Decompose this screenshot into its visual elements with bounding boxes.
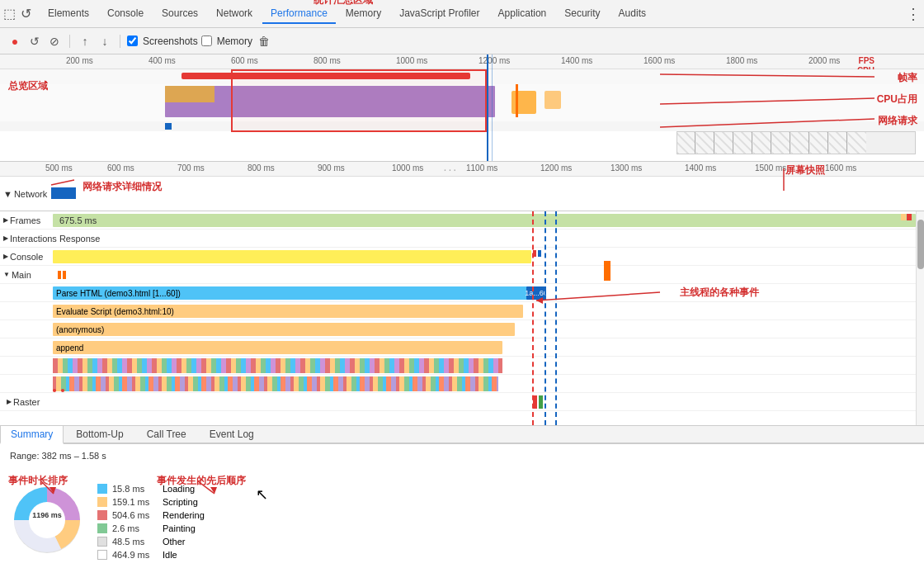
screenshot-thumb[interactable]	[696, 132, 714, 154]
evaluate-script-row: Evaluate Script (demo3.html:10)	[0, 302, 924, 320]
console-bar	[53, 250, 531, 263]
screenshot-thumb[interactable]	[791, 132, 809, 154]
annotation-overview: 总览区域	[8, 79, 48, 93]
evaluate-script-bar: Evaluate Script (demo3.html:10)	[53, 305, 523, 318]
evaluate-script-label: Evaluate Script (demo3.html:10)	[56, 307, 174, 316]
other-label: Other	[163, 537, 186, 547]
range-info: Range: 382 ms – 1.58 s	[10, 451, 914, 461]
raster-text: Raster	[13, 397, 40, 407]
tab-application[interactable]: Application	[490, 4, 555, 24]
download-button[interactable]: ↓	[97, 33, 113, 50]
expand-triangle[interactable]: ▼	[3, 189, 12, 199]
record-button[interactable]: ●	[7, 33, 23, 50]
annotation-cpu: CPU占用	[877, 92, 917, 106]
main-expand[interactable]: ▼	[3, 271, 10, 278]
activity-multibar2	[53, 376, 498, 391]
rendering-label: Rendering	[163, 510, 205, 520]
flame-section: ▶ Frames 675.5 ms ▶ Interactions Respons…	[0, 211, 924, 426]
ruler-mark-200: 200 ms	[66, 56, 93, 65]
legend-painting: 2.6 ms Painting	[97, 523, 205, 533]
screenshots-checkbox[interactable]	[127, 36, 138, 46]
tab-summary[interactable]: Summary	[0, 425, 64, 444]
raster-label: ▶ Raster	[3, 397, 56, 407]
upload-button[interactable]: ↑	[77, 33, 93, 50]
frames-label: ▶ Frames	[3, 215, 56, 225]
expand-dots[interactable]: ···	[444, 163, 459, 176]
painting-dot	[97, 523, 107, 533]
frames-text: Frames	[10, 215, 40, 225]
screenshot-thumb[interactable]	[829, 132, 847, 154]
current-time-line2	[492, 54, 493, 162]
delete-button[interactable]: 🗑	[256, 33, 272, 50]
tab-elements[interactable]: Elements	[40, 4, 97, 24]
screenshot-thumb[interactable]	[848, 132, 866, 154]
isolated-event	[604, 261, 610, 281]
detail-mark-11: 1600 ms	[825, 163, 856, 173]
tab-audits[interactable]: Audits	[610, 4, 654, 24]
tab-sources[interactable]: Sources	[153, 4, 206, 24]
annotation-net: 网络请求	[878, 114, 917, 128]
raster-expand[interactable]: ▶	[7, 398, 12, 405]
legend-idle: 464.9 ms Idle	[97, 550, 205, 560]
more-options-icon[interactable]: ⋮	[906, 5, 921, 23]
tab-call-tree[interactable]: Call Tree	[136, 425, 197, 443]
append-label: append	[56, 343, 83, 353]
rendering-dot	[97, 510, 107, 520]
tab-event-log[interactable]: Event Log	[199, 425, 265, 443]
tab-network[interactable]: Network	[208, 4, 261, 24]
screenshot-thumb[interactable]	[753, 132, 771, 154]
screenshot-thumb[interactable]	[810, 132, 828, 154]
tab-bottom-up[interactable]: Bottom-Up	[65, 425, 134, 443]
screenshot-thumb[interactable]	[772, 132, 790, 154]
tab-js-profiler[interactable]: JavaScript Profiler	[391, 4, 488, 24]
ruler-mark-1800: 1800 ms	[726, 56, 757, 65]
refresh-icon[interactable]: ↺	[21, 6, 31, 21]
clear-button[interactable]: ⊘	[46, 33, 63, 50]
parse-html-badge: 1a...60	[526, 286, 546, 300]
frames-expand[interactable]: ▶	[3, 216, 8, 224]
screenshot-thumb[interactable]	[677, 132, 695, 154]
current-time-line	[487, 54, 488, 162]
fps-abbr-label: FPS	[859, 56, 874, 65]
tab-console[interactable]: Console	[99, 4, 152, 24]
performance-toolbar: ● ↺ ⊘ ↑ ↓ Screenshots Memory 🗑	[0, 28, 924, 54]
detail-mark-2: 700 ms	[177, 163, 205, 173]
devtools-icon: ⬚	[3, 6, 16, 21]
selection-region[interactable]	[231, 69, 487, 132]
tab-security[interactable]: Security	[556, 4, 608, 24]
pie-chart: 1196 ms	[10, 483, 84, 557]
detail-mark-10: 1500 ms	[755, 163, 786, 173]
ruler-mark-1400: 1400 ms	[561, 56, 592, 65]
append-row: append	[0, 338, 924, 357]
network-request-bar	[51, 187, 76, 199]
scroll-thumb[interactable]	[917, 220, 924, 269]
anonymous-row: (anonymous)	[0, 320, 924, 338]
overview-ruler: 200 ms 400 ms 600 ms 800 ms 1000 ms 1200…	[0, 54, 924, 69]
activity-multibar1	[53, 358, 502, 373]
screenshot-thumb[interactable]	[715, 132, 733, 154]
annotation-fps: 帧率	[898, 71, 917, 85]
legend-scripting: 159.1 ms Scripting	[97, 497, 205, 507]
reload-record-button[interactable]: ↺	[26, 33, 43, 50]
svg-text:1196 ms: 1196 ms	[32, 511, 62, 519]
interactions-expand[interactable]: ▶	[3, 234, 8, 242]
activity-row-2	[0, 375, 924, 393]
vertical-scrollbar[interactable]	[916, 211, 924, 425]
main-label: ▼ Main	[3, 270, 56, 280]
console-expand[interactable]: ▶	[3, 253, 8, 260]
main-indicator2	[63, 271, 66, 279]
legend-loading: 15.8 ms Loading	[97, 484, 205, 494]
screenshot-thumb[interactable]	[734, 132, 752, 154]
separator-2	[120, 35, 120, 48]
activity-row-1	[0, 357, 924, 375]
scripting-label: Scripting	[163, 497, 198, 507]
memory-checkbox[interactable]	[201, 36, 212, 46]
network-label-text: Network	[14, 189, 47, 199]
screenshots-label: Screenshots	[143, 36, 198, 47]
anonymous-bar: (anonymous)	[53, 323, 515, 336]
parse-html-label: Parse HTML (demo3.html [1...60])	[56, 289, 181, 298]
loading-dot	[97, 484, 107, 494]
painting-label: Painting	[163, 523, 196, 533]
detail-mark-4: 900 ms	[318, 163, 345, 173]
svg-point-8	[29, 502, 65, 538]
